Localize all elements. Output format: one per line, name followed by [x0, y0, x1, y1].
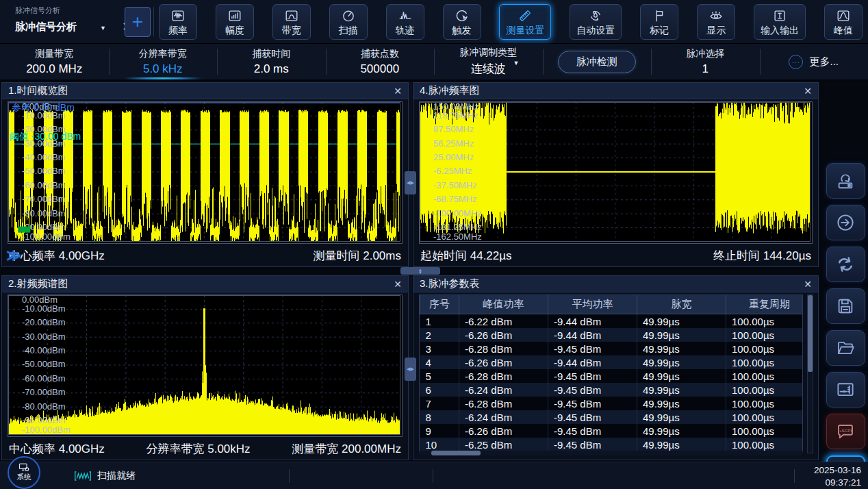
- table-row[interactable]: 5-6.28 dBm-9.45 dBm49.99µs100.00µs: [420, 369, 804, 383]
- resolution-bandwidth-field[interactable]: 分辨率带宽5.0 kHz: [109, 44, 218, 79]
- more-button[interactable]: ...更多...: [760, 44, 868, 79]
- frequency-button[interactable]: 频率: [159, 4, 197, 40]
- io-icon: [772, 8, 787, 23]
- dropdown-caret-icon[interactable]: ▼: [513, 60, 520, 66]
- add-tab-button[interactable]: +: [125, 7, 151, 37]
- table-row[interactable]: 4-6.26 dBm-9.44 dBm49.99µs100.00µs: [420, 355, 804, 369]
- panel-close-icon[interactable]: ✕: [804, 279, 812, 290]
- y-axis-tick-label: -80.00dBm: [22, 208, 66, 218]
- table-cell: 9: [420, 424, 459, 438]
- table-row[interactable]: 6-6.24 dBm-9.45 dBm49.99µs100.00µs: [420, 383, 804, 397]
- pulse-detect-button[interactable]: 脉冲检测: [543, 44, 652, 79]
- panel-rf-spectrum: 2.射频频谱图 ✕ 0.00dBm-10.00dBm-20.00dBm-30.0…: [1, 275, 409, 460]
- param-value: 5.0 kHz: [143, 62, 183, 76]
- app-tab[interactable]: 脉冲信号分析 脉冲信号分析 ▼ ✕ +: [0, 0, 159, 43]
- display-button-label: 显示: [706, 25, 726, 37]
- vertical-splitter-handle[interactable]: ◀▶: [405, 358, 416, 381]
- column-header[interactable]: 脉宽: [637, 295, 726, 314]
- panel-header: 2.射频频谱图 ✕: [2, 276, 408, 292]
- table-cell: -9.45 dBm: [548, 438, 637, 451]
- column-header[interactable]: 平均功率: [548, 295, 637, 314]
- pulse-detect-pill-button[interactable]: 脉冲检测: [558, 51, 636, 73]
- table-cell: 2: [420, 328, 459, 342]
- table-row[interactable]: 9-6.26 dBm-9.45 dBm49.99µs100.00µs: [420, 424, 804, 438]
- header-divider: [153, 7, 154, 36]
- pulse-mod-type-dropdown[interactable]: 脉冲调制类型▼连续波: [434, 44, 543, 79]
- display-button[interactable]: 显示: [697, 4, 735, 40]
- column-header[interactable]: 序号: [420, 295, 459, 314]
- panel-close-icon[interactable]: ✕: [394, 279, 402, 290]
- bandwidth-button[interactable]: 带宽: [272, 4, 311, 40]
- auto-setup-button[interactable]: 自动设置: [570, 4, 622, 40]
- continue-button[interactable]: [826, 205, 865, 240]
- trace-button[interactable]: 轨迹: [386, 4, 424, 40]
- trace-marker[interactable]: [18, 227, 30, 233]
- table-horizontal-scrollbar[interactable]: [419, 451, 803, 455]
- table-row[interactable]: 10-6.25 dBm-9.45 dBm49.99µs100.00µs: [420, 438, 804, 451]
- y-axis-tick-label: -60.00dBm: [22, 373, 66, 384]
- trigger-button[interactable]: 触发: [443, 4, 481, 40]
- measure-setup-button[interactable]: 测量设置: [499, 4, 551, 40]
- trace-icon: [398, 8, 413, 23]
- table-vertical-scrollbar[interactable]: [807, 294, 813, 453]
- preset-button[interactable]: [826, 163, 865, 199]
- marker-button[interactable]: 标记: [640, 4, 678, 40]
- table-cell: 49.99µs: [637, 355, 726, 369]
- param-value: 1: [702, 62, 709, 76]
- scpi-button[interactable]: +SCPI: [826, 414, 865, 449]
- table-cell: -6.24 dBm: [459, 410, 548, 424]
- table-row[interactable]: 8-6.24 dBm-9.45 dBm49.99µs100.00µs: [420, 410, 804, 424]
- param-value: 500000: [360, 62, 399, 76]
- capture-time-field[interactable]: 捕获时间2.0 ms: [217, 44, 326, 79]
- scrollbar-thumb[interactable]: [431, 451, 481, 455]
- scrollbar-thumb[interactable]: [808, 295, 813, 372]
- param-value: 2.0 ms: [254, 62, 289, 76]
- expand-chevrons-icon[interactable]: ≫: [6, 247, 21, 264]
- peak-button[interactable]: 峰值: [824, 4, 863, 40]
- y-axis-tick-label: -131.25MHz: [433, 222, 482, 232]
- center-frequency-readout: 中心频率 4.00GHz: [9, 441, 105, 457]
- input-output-button[interactable]: 输入输出: [754, 4, 806, 40]
- horizontal-splitter-handle[interactable]: ▲▼: [400, 267, 440, 275]
- bandwidth-button-label: 带宽: [282, 25, 301, 37]
- table-cell: -6.26 dBm: [459, 355, 548, 369]
- y-axis-tick-label: 87.50MHz: [433, 124, 474, 134]
- column-header[interactable]: 重复周期: [726, 295, 804, 314]
- table-cell: 100.00µs: [726, 328, 804, 342]
- measure-time-readout: 测量时间 2.00ms: [314, 248, 401, 264]
- save-button[interactable]: [826, 288, 865, 324]
- table-row[interactable]: 7-6.28 dBm-9.45 dBm49.99µs100.00µs: [420, 397, 804, 410]
- panel-header: 1.时间概览图 ✕: [2, 83, 408, 99]
- pulse-table-viewport: 序号峰值功率平均功率脉宽重复周期1-6.22 dBm-9.44 dBm49.99…: [419, 294, 803, 453]
- rf-spectrum-plot[interactable]: 0.00dBm-10.00dBm-20.00dBm-30.00dBm-40.00…: [8, 294, 403, 437]
- table-cell: 3: [420, 342, 459, 355]
- table-row[interactable]: 3-6.28 dBm-9.45 dBm49.99µs100.00µs: [420, 342, 804, 355]
- table-row[interactable]: 1-6.22 dBm-9.44 dBm49.99µs100.00µs: [420, 314, 804, 329]
- open-button[interactable]: [826, 330, 865, 366]
- display-setup-button[interactable]: [826, 372, 865, 408]
- pulse-select-field[interactable]: 脉冲选择1: [651, 44, 760, 79]
- pulse-frequency-plot[interactable]: 150.00MHz118.75MHz87.50MHz56.25MHz25.00M…: [419, 101, 813, 244]
- table-cell: 8: [420, 410, 459, 424]
- vertical-splitter-handle[interactable]: ◀▶: [405, 171, 416, 195]
- sweep-button[interactable]: 扫描: [329, 4, 368, 40]
- y-axis-tick-label: 25.00MHz: [433, 152, 474, 162]
- table-row[interactable]: 2-6.26 dBm-9.44 dBm49.99µs100.00µs: [420, 328, 804, 342]
- statusbar-divider: [433, 469, 433, 483]
- preset-icon: [835, 171, 856, 191]
- measure-bandwidth-readout: 测量带宽 200.00MHz: [292, 441, 401, 457]
- column-header[interactable]: 峰值功率: [459, 295, 548, 314]
- measure-bandwidth-field[interactable]: 测量带宽200.0 MHz: [0, 44, 109, 79]
- tab-dropdown-caret-icon[interactable]: ▼: [100, 25, 106, 32]
- param-value: 200.0 MHz: [26, 62, 82, 76]
- y-axis-tick-label: 118.75MHz: [433, 110, 478, 121]
- time-overview-plot[interactable]: 0.00dBm-10.00dBm-20.00dBm-30.00dBm-40.00…: [8, 101, 403, 244]
- y-axis-tick-label: -10.00dBm: [22, 303, 66, 314]
- panel-close-icon[interactable]: ✕: [804, 86, 812, 97]
- restart-button[interactable]: [826, 247, 865, 282]
- panel-close-icon[interactable]: ✕: [394, 86, 402, 97]
- system-button[interactable]: 系统: [8, 456, 40, 489]
- amplitude-button[interactable]: 幅度: [216, 4, 254, 40]
- bandwidth-icon: [284, 8, 299, 23]
- capture-points-field[interactable]: 捕获点数500000: [326, 44, 435, 79]
